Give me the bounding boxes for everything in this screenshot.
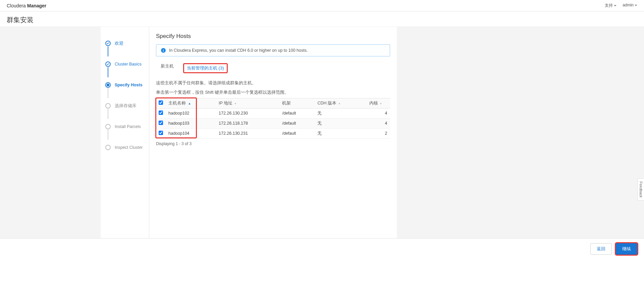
pending-step-icon: [105, 124, 111, 129]
back-button[interactable]: 返回: [590, 243, 612, 255]
description-line-1: 这些主机不属于任何群集。请选择组成群集的主机。: [156, 79, 390, 87]
chevron-down-icon: [614, 5, 616, 6]
info-text: In Cloudera Express, you can install CDH…: [169, 48, 308, 53]
cell-hostname: hadoop104: [166, 128, 216, 138]
col-cores[interactable]: 内核 ♦: [367, 98, 390, 108]
cell-cores: 4: [367, 108, 390, 118]
support-menu[interactable]: 支持: [605, 3, 616, 8]
page-title: 群集安装: [0, 11, 644, 27]
row-checkbox[interactable]: [159, 111, 163, 115]
col-hostname[interactable]: 主机名称 ▲: [166, 98, 216, 108]
table-row[interactable]: hadoop102172.26.130.230/default无4: [156, 108, 390, 118]
step-welcome[interactable]: 欢迎: [101, 33, 149, 54]
highlight-box: 当前管理的主机 (3): [183, 63, 228, 73]
pending-step-icon: [105, 145, 111, 150]
check-icon: [105, 61, 111, 67]
step-install-parcels: Install Parcels: [101, 116, 149, 137]
section-heading: Specify Hosts: [156, 33, 390, 40]
brand-bold: Manager: [27, 3, 47, 8]
sort-asc-icon: ▲: [188, 102, 191, 105]
pagination-info: Displaying 1 - 3 of 3: [156, 141, 390, 146]
cell-rack: /default: [279, 128, 315, 138]
step-select-repository: 选择存储库: [101, 95, 149, 116]
cell-cores: 4: [367, 118, 390, 128]
cell-cdh: 无: [315, 128, 366, 138]
col-cdh-version[interactable]: CDH 版本 ♦: [315, 98, 366, 108]
sort-icon: ♦: [380, 102, 382, 105]
sort-icon: ♦: [339, 102, 340, 105]
description-line-2: 单击第一个复选框，按住 Shift 键并单击最后一个复选框以选择范围。: [156, 89, 390, 97]
cell-hostname: hadoop102: [166, 108, 216, 118]
cell-cores: 2: [367, 128, 390, 138]
col-rack[interactable]: 机架: [279, 98, 315, 108]
tab-new-host[interactable]: 新主机: [156, 61, 178, 75]
tab-managed-hosts[interactable]: 当前管理的主机 (3): [178, 61, 232, 75]
continue-button[interactable]: 继续: [616, 243, 637, 255]
cell-ip: 172.26.130.231: [216, 128, 279, 138]
step-cluster-basics[interactable]: Cluster Basics: [101, 54, 149, 75]
row-checkbox[interactable]: [159, 131, 163, 135]
check-icon: [105, 41, 111, 46]
col-ip[interactable]: IP 地址 ♦: [216, 98, 279, 108]
info-banner: i In Cloudera Express, you can install C…: [156, 44, 390, 56]
user-menu[interactable]: admin: [623, 3, 637, 8]
feedback-tab[interactable]: Feedback: [638, 178, 644, 201]
chevron-down-icon: [635, 5, 637, 6]
hosts-table: 主机名称 ▲ IP 地址 ♦ 机架 CDH 版本: [156, 98, 390, 139]
cell-cdh: 无: [315, 118, 366, 128]
current-step-icon: [105, 82, 111, 88]
select-all-checkbox[interactable]: [159, 100, 163, 105]
pending-step-icon: [105, 103, 111, 109]
cell-rack: /default: [279, 108, 315, 118]
cell-hostname: hadoop103: [166, 118, 216, 128]
step-inspect-cluster: Inspect Cluster: [101, 137, 149, 158]
cell-cdh: 无: [315, 108, 366, 118]
row-checkbox[interactable]: [159, 121, 163, 125]
cell-ip: 172.26.130.230: [216, 108, 279, 118]
wizard-sidebar: 欢迎 Cluster Basics Specify Hosts 选择存储库 In…: [101, 27, 149, 238]
brand-light: Cloudera: [7, 3, 26, 8]
brand: Cloudera Manager: [7, 3, 46, 8]
sort-icon: ♦: [235, 102, 236, 105]
step-specify-hosts[interactable]: Specify Hosts: [101, 75, 149, 95]
table-row[interactable]: hadoop103172.26.118.178/default无4: [156, 118, 390, 128]
cell-ip: 172.26.118.178: [216, 118, 279, 128]
table-row[interactable]: hadoop104172.26.130.231/default无2: [156, 128, 390, 138]
cell-rack: /default: [279, 118, 315, 128]
info-icon: i: [161, 48, 166, 53]
